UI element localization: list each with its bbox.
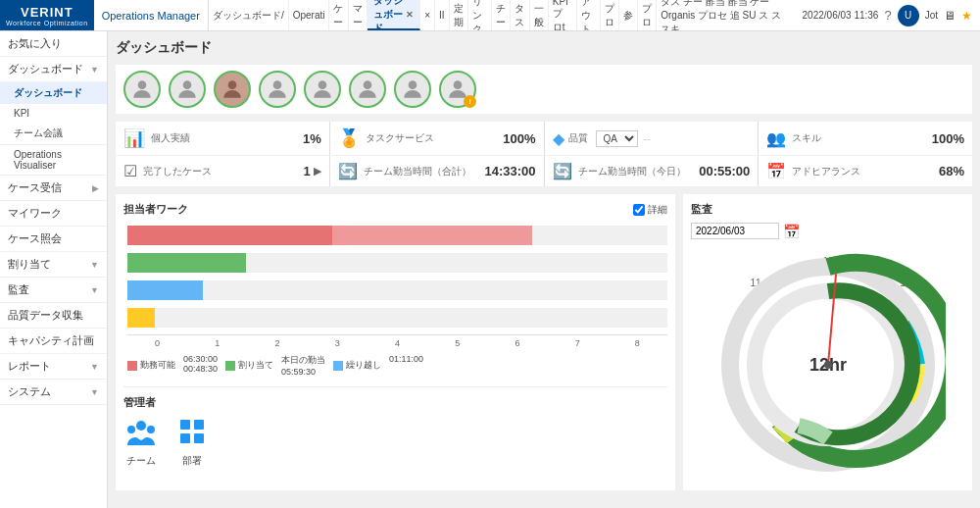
- svg-rect-12: [194, 420, 204, 430]
- user-avatar-1[interactable]: [123, 71, 161, 108]
- header-datetime: 2022/06/03 11:36: [803, 10, 879, 21]
- sidebar-item-audit[interactable]: 監査 ▼: [0, 278, 107, 303]
- sidebar-sub-kpi[interactable]: KPI: [0, 104, 107, 123]
- logo-sub: Workforce Optimization: [6, 20, 88, 26]
- tab-link[interactable]: リンク: [468, 0, 492, 30]
- user-avatar-4[interactable]: [259, 71, 296, 108]
- tab-ippan[interactable]: 一般: [530, 0, 549, 30]
- tab-dashboard-slash[interactable]: ダッシュボード/: [209, 0, 289, 30]
- legend-times-2: 本日の勤当 05:59:30: [281, 354, 325, 377]
- people-icon: 👥: [766, 129, 786, 148]
- diamond-icon: ◆: [553, 129, 564, 148]
- svg-point-6: [409, 80, 417, 89]
- sidebar-item-case-ref[interactable]: ケース照会: [0, 227, 107, 252]
- calendar-icon: 📅: [766, 162, 786, 180]
- sidebar-sub-ops-vis[interactable]: Operations Visualiser: [0, 145, 107, 176]
- manager-dept-item[interactable]: 部署: [174, 416, 210, 468]
- bar-row-1: [127, 225, 667, 246]
- sidebar-sub-meeting[interactable]: チーム会議: [0, 123, 107, 145]
- tab-dashboard-active[interactable]: ダッシュボード ✕: [368, 0, 420, 30]
- svg-rect-11: [180, 420, 190, 430]
- user-avatar-7[interactable]: [394, 71, 431, 108]
- sidebar-sub-dashboard[interactable]: ダッシュボード: [0, 82, 107, 104]
- stat-skill-value: 100%: [932, 131, 964, 146]
- logo: VERINT Workforce Optimization: [0, 0, 94, 30]
- svg-point-3: [273, 80, 282, 89]
- tab-san[interactable]: 参: [619, 0, 638, 30]
- stat-team-total: 🔄 チーム勤当時間（合計） 14:33:00: [330, 156, 544, 186]
- stat-skill-label: スキル: [792, 131, 821, 145]
- svg-point-5: [364, 80, 372, 89]
- star-icon[interactable]: ★: [961, 9, 972, 23]
- tab-x[interactable]: ×: [420, 0, 435, 30]
- chart-axis: 0 1 2 3 4 5 6 7 8: [127, 334, 667, 348]
- bar-chart: 0 1 2 3 4 5 6 7 8 勤務可能: [123, 225, 667, 377]
- tab-kpi[interactable]: KPIプロt: [549, 0, 577, 30]
- tab-task[interactable]: タス: [511, 0, 529, 30]
- stat-adherence-value: 68%: [939, 164, 964, 178]
- tab-out[interactable]: アウト: [577, 0, 601, 30]
- sidebar-favorites-label: お気に入り: [8, 36, 62, 51]
- sidebar-item-case-recv[interactable]: ケース受信 ▶: [0, 176, 107, 201]
- user-avatar-8[interactable]: !: [439, 71, 476, 108]
- user-avatar-2[interactable]: [169, 71, 206, 108]
- monitor-icon[interactable]: 🖥: [944, 9, 956, 23]
- user-row: !: [116, 65, 972, 114]
- worker-panel-title: 担当者ワーク: [123, 202, 188, 217]
- tab-pro1[interactable]: プロ: [601, 0, 619, 30]
- sidebar-item-capacity[interactable]: キャパシティ計画: [0, 329, 107, 354]
- sidebar-item-report[interactable]: レポート ▼: [0, 354, 107, 380]
- user-avatar-3[interactable]: [214, 71, 251, 108]
- help-icon[interactable]: ?: [884, 8, 891, 23]
- bar-2: [127, 253, 246, 273]
- bar-row-4: [127, 307, 667, 329]
- user-avatar-6[interactable]: [349, 71, 386, 108]
- chart-legend: 勤務可能 06:30:00 00:48:30 割り当て 本日の勤当 05:: [127, 354, 667, 377]
- bar-row-2: [127, 252, 667, 274]
- chevron-down-icon4: ▼: [90, 362, 99, 372]
- team-icon: [123, 416, 159, 451]
- manager-team-label: チーム: [126, 454, 156, 468]
- legend-green: 割り当て: [225, 354, 273, 377]
- tab-pro2[interactable]: プロ: [638, 0, 657, 30]
- sidebar-item-assign[interactable]: 割り当て ▼: [0, 252, 107, 278]
- stat-team-total-label: チーム勤当時間（合計）: [364, 165, 471, 178]
- sidebar-item-quality[interactable]: 品質データ収集: [0, 303, 107, 329]
- check-icon: ☑: [123, 162, 137, 180]
- logo-main: VERINT: [21, 5, 74, 20]
- quality-dropdown[interactable]: QA: [596, 130, 638, 147]
- stat-adherence: 📅 アドヒアランス 68%: [759, 156, 972, 186]
- tab-more[interactable]: タス チー 酢当 酢当 ケー Organis プロセ 追 SU ス ス スキ: [657, 0, 794, 30]
- user-avatar-header[interactable]: U: [898, 5, 919, 26]
- tab-ke[interactable]: ケー: [329, 0, 348, 30]
- sidebar-item-dashboard[interactable]: ダッシュボード ▼: [0, 57, 107, 82]
- manager-section: 管理者 チーム: [123, 386, 667, 468]
- tab-chi[interactable]: チー: [492, 0, 511, 30]
- tab-teiki[interactable]: 定期: [450, 0, 468, 30]
- chevron-right-icon: ▶: [92, 183, 99, 193]
- user-avatar-5[interactable]: [304, 71, 341, 108]
- arrow-right-icon[interactable]: ▶: [314, 165, 321, 178]
- avatar-badge-8: !: [464, 95, 476, 108]
- date-input[interactable]: [691, 223, 779, 239]
- stat-team-total-value: 14:33:00: [484, 164, 535, 178]
- calendar-picker-icon[interactable]: 📅: [783, 224, 800, 239]
- sidebar-item-system[interactable]: システム ▼: [0, 380, 107, 405]
- badge-icon: 🏅: [338, 127, 360, 149]
- stat-completed-label: 完了したケース: [143, 165, 212, 178]
- ops-manager-label: Operations Manager: [94, 0, 209, 30]
- stat-completed-value: 1 ▶: [304, 164, 321, 178]
- sidebar-item-favorites[interactable]: お気に入り: [0, 31, 107, 57]
- detail-checkbox[interactable]: [633, 204, 645, 216]
- tab-ii[interactable]: II: [435, 0, 450, 30]
- manager-team-item[interactable]: チーム: [123, 416, 159, 468]
- svg-point-8: [136, 421, 146, 431]
- detail-checkbox-label[interactable]: 詳細: [633, 203, 667, 217]
- tab-ma[interactable]: マー: [349, 0, 368, 30]
- sidebar-item-mywork[interactable]: マイワーク: [0, 201, 107, 227]
- clock-panel: 監査 📅 12 1 2 3 4 5 6: [683, 194, 972, 490]
- chevron-down-icon2: ▼: [90, 260, 99, 270]
- date-picker-row: 📅: [691, 223, 964, 239]
- svg-point-32: [824, 361, 832, 369]
- tab-operati[interactable]: Operati: [289, 0, 330, 30]
